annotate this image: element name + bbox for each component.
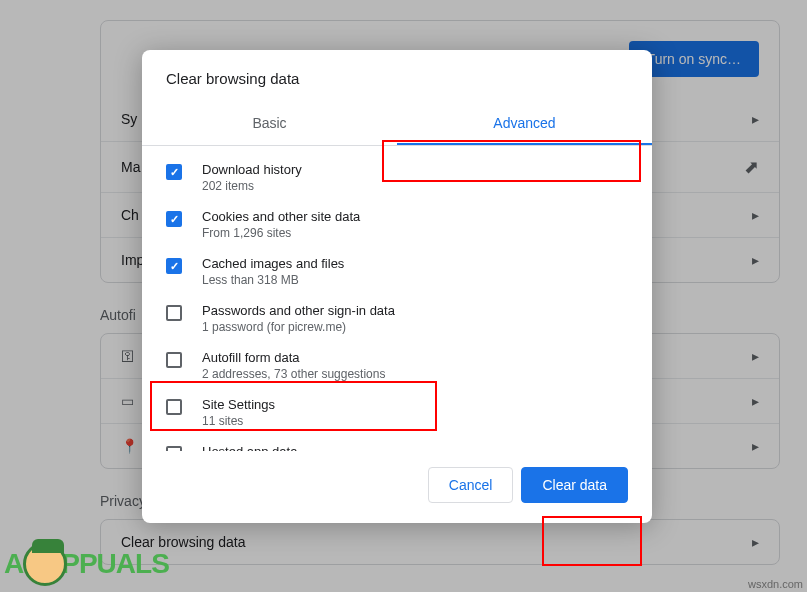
- item-subtitle: 202 items: [202, 179, 628, 193]
- brand-letter: A: [4, 548, 23, 580]
- item-title: Passwords and other sign-in data: [202, 303, 628, 318]
- checkbox-site-settings[interactable]: [166, 399, 182, 415]
- checkbox-download-history[interactable]: [166, 164, 182, 180]
- item-site-settings: Site Settings 11 sites: [142, 389, 652, 436]
- checkbox-autofill[interactable]: [166, 352, 182, 368]
- item-subtitle: 2 addresses, 73 other suggestions: [202, 367, 628, 381]
- item-passwords: Passwords and other sign-in data 1 passw…: [142, 295, 652, 342]
- brand-rest: PPUALS: [61, 548, 169, 580]
- cancel-button[interactable]: Cancel: [428, 467, 514, 503]
- item-title: Hosted app data: [202, 444, 628, 451]
- item-subtitle: Less than 318 MB: [202, 273, 628, 287]
- item-title: Cached images and files: [202, 256, 628, 271]
- appuals-watermark: A PPUALS: [4, 542, 169, 586]
- item-title: Cookies and other site data: [202, 209, 628, 224]
- item-hosted-app: Hosted app data: [142, 436, 652, 451]
- tab-advanced[interactable]: Advanced: [397, 103, 652, 145]
- item-autofill: Autofill form data 2 addresses, 73 other…: [142, 342, 652, 389]
- checkbox-hosted-app[interactable]: [166, 446, 182, 451]
- checkbox-cookies[interactable]: [166, 211, 182, 227]
- item-download-history: Download history 202 items: [142, 154, 652, 201]
- clear-browsing-data-dialog: Clear browsing data Basic Advanced Downl…: [142, 50, 652, 523]
- item-subtitle: 11 sites: [202, 414, 628, 428]
- checkbox-cached[interactable]: [166, 258, 182, 274]
- item-title: Autofill form data: [202, 350, 628, 365]
- dialog-title: Clear browsing data: [142, 50, 652, 103]
- dialog-actions: Cancel Clear data: [142, 451, 652, 523]
- item-cached: Cached images and files Less than 318 MB: [142, 248, 652, 295]
- options-list[interactable]: Download history 202 items Cookies and o…: [142, 146, 652, 451]
- appuals-face-icon: [23, 542, 67, 586]
- item-cookies: Cookies and other site data From 1,296 s…: [142, 201, 652, 248]
- item-subtitle: From 1,296 sites: [202, 226, 628, 240]
- dialog-tabs: Basic Advanced: [142, 103, 652, 146]
- item-title: Download history: [202, 162, 628, 177]
- tab-basic[interactable]: Basic: [142, 103, 397, 145]
- site-watermark: wsxdn.com: [748, 578, 803, 590]
- item-title: Site Settings: [202, 397, 628, 412]
- item-subtitle: 1 password (for picrew.me): [202, 320, 628, 334]
- clear-data-button[interactable]: Clear data: [521, 467, 628, 503]
- checkbox-passwords[interactable]: [166, 305, 182, 321]
